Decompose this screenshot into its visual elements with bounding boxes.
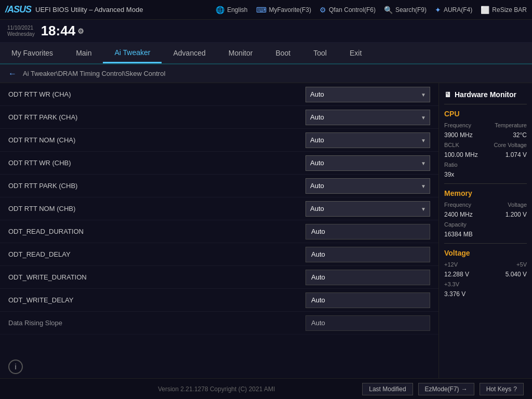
text-data-rising-slope[interactable]: Auto: [305, 315, 430, 331]
nav-item-ai-tweaker[interactable]: Ai Tweaker: [103, 43, 162, 63]
breadcrumb: ← Ai Tweaker\DRAM Timing Control\Skew Co…: [0, 64, 532, 83]
value-odt-read-delay: Auto: [311, 250, 325, 258]
back-icon[interactable]: ←: [8, 69, 17, 78]
nav-label-advanced: Advanced: [173, 49, 205, 57]
info-button[interactable]: i: [8, 360, 23, 374]
resize-bar-btn[interactable]: ⬜ ReSize BAR: [481, 6, 527, 14]
language-selector[interactable]: 🌐 English: [216, 6, 247, 14]
cpu-memory-divider: [444, 183, 527, 184]
label-odt-rtt-wr-cha: ODT RTT WR (CHA): [8, 90, 305, 98]
nav-item-monitor[interactable]: Monitor: [217, 43, 264, 63]
search-btn[interactable]: 🔍 Search(F9): [384, 6, 427, 14]
cpu-ratio-label: Ratio: [444, 162, 458, 168]
my-favorite-btn[interactable]: ⌨ MyFavorite(F3): [256, 6, 311, 14]
select-odt-rtt-wr-cha[interactable]: Auto: [305, 87, 430, 102]
cpu-bclk-row: BCLK Core Voltage: [444, 142, 527, 148]
nav-item-boot[interactable]: Boot: [264, 43, 302, 63]
dropdown-odt-rtt-wr-chb[interactable]: Auto: [305, 155, 430, 171]
voltage-33v-label: +3.3V: [444, 281, 459, 287]
aura-btn[interactable]: ✦ AURA(F4): [435, 6, 472, 14]
day: Wednesday: [7, 31, 35, 37]
memory-section-title: Memory: [444, 189, 527, 197]
settings-gear-icon[interactable]: ⚙: [77, 27, 84, 35]
cpu-bclk-value: 100.00 MHz: [444, 151, 478, 158]
text-odt-read-delay[interactable]: Auto: [305, 247, 430, 262]
nav-item-my-favorites[interactable]: My Favorites: [0, 43, 64, 63]
monitor-icon: 🖥: [444, 90, 451, 99]
last-modified-label: Last Modified: [369, 385, 406, 393]
resize-icon: ⬜: [481, 6, 489, 14]
time: 18:44: [41, 23, 76, 39]
cpu-core-voltage-label: Core Voltage: [494, 142, 527, 148]
label-odt-rtt-nom-cha: ODT RTT NOM (CHA): [8, 136, 305, 144]
hw-monitor-title: 🖥 Hardware Monitor: [444, 88, 527, 104]
breadcrumb-path: Ai Tweaker\DRAM Timing Control\Skew Cont…: [23, 70, 165, 77]
memory-capacity-row: Capacity: [444, 221, 527, 228]
label-odt-rtt-park-chb: ODT RTT PARK (CHB): [8, 182, 305, 190]
cpu-temperature-value: 32°C: [513, 131, 527, 139]
label-odt-read-duration: ODT_READ_DURATION: [8, 228, 305, 235]
date: 11/10/2021: [7, 25, 35, 31]
dropdown-odt-rtt-wr-cha[interactable]: Auto: [305, 87, 430, 102]
header-toolbar: 🌐 English ⌨ MyFavorite(F3) ⚙ Qfan Contro…: [216, 6, 527, 14]
footer: Version 2.21.1278 Copyright (C) 2021 AMI…: [0, 378, 532, 399]
setting-odt-rtt-park-cha: ODT RTT PARK (CHA) Auto: [0, 106, 438, 129]
qfan-btn[interactable]: ⚙ Qfan Control(F6): [320, 6, 376, 14]
label-odt-write-duration: ODT_WRITE_DURATION: [8, 273, 305, 281]
footer-buttons: Last Modified EzMode(F7) → Hot Keys ?: [362, 383, 524, 395]
nav-item-advanced[interactable]: Advanced: [162, 43, 217, 63]
memory-capacity-label: Capacity: [444, 221, 467, 228]
nav-item-main[interactable]: Main: [64, 43, 103, 63]
nav-item-exit[interactable]: Exit: [338, 43, 373, 63]
nav-label-monitor: Monitor: [229, 49, 253, 57]
nav-label-boot: Boot: [275, 49, 290, 57]
text-odt-write-delay[interactable]: Auto: [305, 292, 430, 308]
setting-odt-rtt-wr-chb: ODT RTT WR (CHB) Auto: [0, 152, 438, 175]
cpu-frequency-row: Frequency Temperature: [444, 122, 527, 128]
cpu-section: CPU Frequency Temperature 3900 MHz 32°C …: [444, 110, 527, 178]
nav-label-my-favorites: My Favorites: [11, 49, 53, 57]
setting-odt-rtt-park-chb: ODT RTT PARK (CHB) Auto: [0, 175, 438, 197]
language-icon: 🌐: [216, 6, 224, 14]
setting-odt-rtt-nom-chb: ODT RTT NOM (CHB) Auto: [0, 197, 438, 220]
text-odt-write-duration[interactable]: Auto: [305, 270, 430, 285]
nav-label-ai-tweaker: Ai Tweaker: [114, 48, 150, 57]
dropdown-odt-rtt-nom-cha[interactable]: Auto: [305, 132, 430, 148]
text-odt-read-duration[interactable]: Auto: [305, 224, 430, 240]
hot-keys-btn[interactable]: Hot Keys ?: [480, 383, 524, 395]
select-odt-rtt-park-cha[interactable]: Auto: [305, 110, 430, 125]
select-odt-rtt-park-chb[interactable]: Auto: [305, 178, 430, 194]
value-odt-write-duration: Auto: [311, 273, 325, 281]
label-odt-write-delay: ODT_WRITE_DELAY: [8, 296, 305, 304]
cpu-ratio-value: 39x: [444, 171, 454, 178]
select-odt-rtt-nom-chb[interactable]: Auto: [305, 201, 430, 217]
memory-capacity-value-row: 16384 MB: [444, 231, 527, 238]
nav-item-tool[interactable]: Tool: [302, 43, 338, 63]
setting-odt-write-duration: ODT_WRITE_DURATION Auto: [0, 266, 438, 289]
search-label: Search(F9): [395, 6, 427, 14]
value-data-rising-slope: Auto: [311, 319, 325, 327]
voltage-section: Voltage +12V +5V 12.288 V 5.040 V +3.3V …: [444, 249, 527, 298]
hot-keys-label: Hot Keys: [486, 385, 512, 393]
ez-mode-arrow-icon: →: [461, 385, 468, 393]
dropdown-odt-rtt-park-cha[interactable]: Auto: [305, 110, 430, 125]
memory-section: Memory Frequency Voltage 2400 MHz 1.200 …: [444, 189, 527, 238]
voltage-33v-value-row: 3.376 V: [444, 290, 527, 298]
ez-mode-label: EzMode(F7): [425, 385, 459, 393]
aura-icon: ✦: [435, 6, 441, 14]
dropdown-odt-rtt-park-chb[interactable]: Auto: [305, 178, 430, 194]
value-odt-read-duration: Auto: [311, 228, 325, 235]
label-odt-read-delay: ODT_READ_DELAY: [8, 250, 305, 258]
dropdown-odt-rtt-nom-chb[interactable]: Auto: [305, 201, 430, 217]
main-content: ODT RTT WR (CHA) Auto ODT RTT PARK (CHA)…: [0, 83, 532, 378]
select-odt-rtt-wr-chb[interactable]: Auto: [305, 155, 430, 171]
fan-icon: ⚙: [320, 6, 326, 14]
label-data-rising-slope: Data Rising Slope: [8, 319, 305, 327]
ez-mode-btn[interactable]: EzMode(F7) →: [418, 383, 474, 395]
cpu-bclk-value-row: 100.00 MHz 1.074 V: [444, 151, 527, 158]
value-odt-write-delay: Auto: [311, 296, 325, 304]
last-modified-btn[interactable]: Last Modified: [362, 383, 413, 395]
select-odt-rtt-nom-cha[interactable]: Auto: [305, 132, 430, 148]
cpu-bclk-label: BCLK: [444, 142, 459, 148]
voltage-5v-label: +5V: [516, 261, 527, 268]
